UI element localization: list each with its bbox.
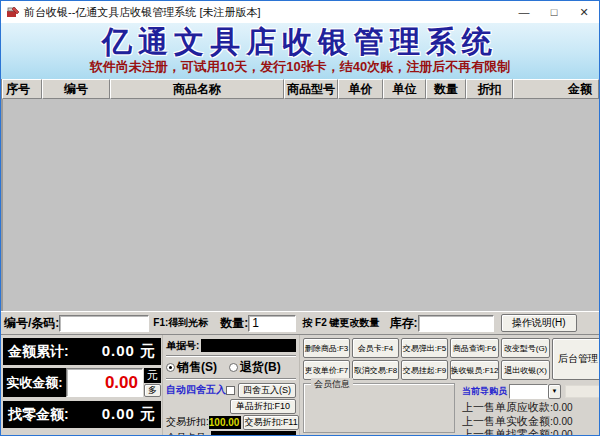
received-input[interactable]: 0.00 [66,368,143,397]
last-sale-info: 上一售单原应收款:0.00 上一售单实收金额:0.00 上一售单找零金额:0.0… [462,401,600,436]
sum-display: 金额累计: 0.00 元 [3,338,161,365]
trade-discount-button[interactable]: 交易折扣:F11 [243,415,298,430]
col-amount: 金额 [513,79,599,99]
col-model: 商品型号 [284,79,338,99]
change-display: 找零金额: 0.00 元 [3,401,161,428]
trade-mode-row: 销售(S) 退货(B) [166,359,296,376]
receipt-field [201,339,296,352]
hold-trade-button[interactable]: 交易挂起:F9 [401,360,448,380]
member-card-label: 会员卡号: [166,431,209,436]
exit-cashier-button[interactable]: 退出收银(X) [501,360,550,380]
more-payment-button[interactable]: 多 [144,384,161,397]
member-card-input[interactable] [211,431,296,436]
change-value: 0.00 [102,405,135,422]
member-info-legend: 会员信息 [311,378,353,391]
help-button[interactable]: 操作说明(H) [501,314,577,332]
guide-label: 当前导购员 [462,385,507,398]
code-input[interactable] [59,315,149,332]
trade-discount-row: 交易折扣: 100.00 交易折扣:F11 [166,414,296,430]
return-radio[interactable] [229,363,238,372]
sale-radio[interactable] [166,363,175,372]
last-change-label: 上一售单找零金额: [462,428,553,436]
minimize-icon[interactable]: — [509,2,539,23]
member-info-group: 会员信息 [303,383,455,433]
close-icon[interactable]: ✕ [569,2,599,23]
drawer-popup-button[interactable]: 交易弹出:F5 [401,338,448,358]
guide-strip [565,385,600,398]
sum-unit: 元 [140,342,156,359]
col-discount: 折扣 [466,79,513,99]
sum-value: 0.00 [102,342,135,359]
stock-label: 库存: [390,315,418,332]
code-label: 编号/条码: [4,315,59,332]
change-price-button[interactable]: 更改单价:F7 [303,360,350,380]
round-button[interactable]: 四舍五入(S) [238,383,296,398]
auto-round-row: 自动四舍五入 四舍五入(S) [166,382,296,398]
last-change-value: 0.00 [553,428,572,436]
auto-round-label: 自动四舍五入 [166,383,226,397]
col-price: 单价 [338,79,383,99]
app-icon [6,5,20,19]
member-card-button[interactable]: 会员卡:F4 [352,338,399,358]
registration-notice: 软件尚未注册，可试用10天，发行10张卡，结40次账，注册后不再有限制 [90,58,510,76]
function-button-grid: 删除商品:F3 会员卡:F4 交易弹出:F5 商品查询:F6 改变型号(G) 后… [303,338,600,380]
col-name: 商品名称 [110,79,284,99]
title-bar: 前台收银--亿通文具店收银管理系统 [未注册版本] — □ ✕ [1,1,599,23]
chevron-down-icon[interactable]: ▼ [548,384,561,399]
entry-bar: 编号/条码: F1:得到光标 数量: 1 按 F2 键更改数量 库存: 操作说明… [1,311,599,334]
divider [166,378,296,380]
qty-label: 数量: [220,315,248,332]
cancel-trade-button[interactable]: 取消交易:F8 [352,360,399,380]
change-label: 找零金额: [8,406,69,424]
guide-select[interactable]: ▼ [509,384,561,399]
trade-column: 单据号: 销售(S) 退货(B) 自动四舍五入 四舍五入(S) 单品折扣:F10… [162,335,299,435]
auto-round-checkbox[interactable] [226,386,235,395]
f1-hint: F1:得到光标 [153,316,208,330]
item-query-button[interactable]: 商品查询:F6 [450,338,499,358]
received-row: 实收金额: 0.00 元 多 [3,368,161,397]
col-qty: 数量 [426,79,466,99]
items-grid-header: 序号 编号 商品名称 商品型号 单价 单位 数量 折扣 金额 [1,79,599,99]
banner: 亿通文具店收银管理系统 软件尚未注册，可试用10天，发行10张卡，结40次账，注… [1,23,599,79]
delete-item-button[interactable]: 删除商品:F3 [303,338,350,358]
receipt-label: 单据号: [166,339,199,353]
divider [166,355,296,357]
last-due-value: 0.00 [553,401,572,415]
last-received-value: 0.00 [553,415,572,429]
backoffice-button[interactable]: 后台管理 [552,338,600,380]
trade-discount-label: 交易折扣: [166,415,209,429]
trade-discount-value[interactable]: 100.00 [209,416,242,429]
received-unit: 元 [144,368,161,383]
received-label: 实收金额: [3,368,66,397]
bottom-panel: 金额累计: 0.00 元 实收金额: 0.00 元 多 找零金额: 0.00 元… [1,334,599,435]
change-unit: 元 [140,405,156,422]
item-discount-button[interactable]: 单品折扣:F10 [230,399,296,414]
last-due-label: 上一售单原应收款: [462,401,553,415]
totals-column: 金额累计: 0.00 元 实收金额: 0.00 元 多 找零金额: 0.00 元 [1,335,162,435]
member-card-row: 会员卡号: [166,430,296,436]
sum-label: 金额累计: [8,343,69,361]
col-code: 编号 [42,79,110,99]
receipt-row: 单据号: [166,338,296,353]
window-title: 前台收银--亿通文具店收银管理系统 [未注册版本] [24,5,509,20]
col-index: 序号 [2,79,42,99]
sale-radio-label[interactable]: 销售(S) [177,359,217,376]
guide-select-value[interactable] [509,384,548,399]
last-received-label: 上一售单实收金额: [462,415,553,429]
page-title: 亿通文具店收银管理系统 [102,26,498,58]
maximize-icon[interactable]: □ [539,2,569,23]
return-radio-label[interactable]: 退货(B) [240,359,281,376]
col-unit: 单位 [383,79,426,99]
f2-hint: 按 F2 键更改数量 [302,316,379,330]
app-window: 前台收银--亿通文具店收银管理系统 [未注册版本] — □ ✕ 亿通文具店收银管… [0,0,600,436]
guide-row: 当前导购员 ▼ [462,383,600,399]
qty-input[interactable]: 1 [248,315,296,332]
functions-column: 删除商品:F3 会员卡:F4 交易弹出:F5 商品查询:F6 改变型号(G) 后… [299,335,600,435]
items-grid [1,99,599,311]
switch-cashier-button[interactable]: 换收银员:F12 [450,360,499,380]
change-model-button[interactable]: 改变型号(G) [501,338,550,358]
stock-field [418,315,494,332]
